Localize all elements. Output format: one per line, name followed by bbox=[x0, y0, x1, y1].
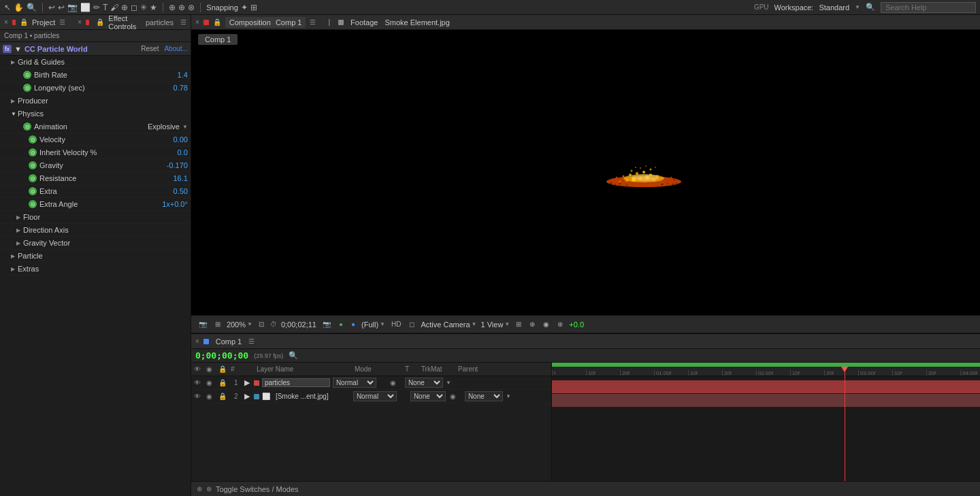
grid-guides-row[interactable]: ▶ Grid & Guides bbox=[0, 56, 191, 69]
layer2-parent-dropdown[interactable]: ▼ bbox=[506, 393, 511, 399]
producer-triangle[interactable]: ▶ bbox=[11, 98, 18, 104]
brush-icon[interactable]: 🖌 bbox=[110, 3, 118, 12]
animation-dropdown[interactable]: Explosive ▼ bbox=[148, 122, 188, 131]
viewer-alpha-icon[interactable]: ● bbox=[349, 320, 357, 329]
layer2-eye-icon[interactable]: 👁 bbox=[194, 393, 203, 400]
star-icon[interactable]: ★ bbox=[150, 3, 157, 12]
physics-triangle[interactable]: ▼ bbox=[11, 111, 18, 117]
project-tab[interactable]: Project bbox=[32, 18, 55, 27]
comp-tab-menu[interactable]: ☰ bbox=[310, 18, 316, 26]
timeline-tab-menu[interactable]: ☰ bbox=[248, 337, 255, 345]
project-tab-close[interactable]: × bbox=[4, 18, 8, 26]
resistance-value[interactable]: 16.1 bbox=[173, 174, 187, 182]
snap-toggle-icon[interactable]: ✦ bbox=[241, 3, 248, 12]
cc-header-triangle[interactable]: ▼ bbox=[14, 45, 22, 53]
toggle-switches-label[interactable]: Toggle Switches / Modes bbox=[216, 485, 299, 493]
cc-particle-world-header[interactable]: fx ▼ CC Particle World Reset About... bbox=[0, 42, 191, 56]
timeline-search-icon[interactable]: 🔍 bbox=[289, 351, 298, 360]
puppet-icon[interactable]: ✳ bbox=[140, 3, 147, 12]
layer1-expand[interactable]: ▶ bbox=[244, 378, 251, 387]
direction-axis-triangle[interactable]: ▶ bbox=[16, 227, 23, 233]
viewer-grid-icon[interactable]: ⊞ bbox=[213, 320, 223, 329]
layer2-expand[interactable]: ▶ bbox=[244, 392, 251, 401]
viewer-3d-icon[interactable]: ⊞ bbox=[514, 320, 523, 329]
timeline-bottom-icon2[interactable]: ⊕ bbox=[206, 485, 212, 493]
zoom-control[interactable]: 200% ▼ bbox=[227, 320, 252, 329]
extras-triangle[interactable]: ▶ bbox=[11, 266, 18, 272]
time-code-display[interactable]: 0;00;02;11 bbox=[281, 320, 316, 329]
layer2-solo-icon[interactable]: ◉ bbox=[206, 393, 216, 400]
about-button[interactable]: About... bbox=[164, 45, 187, 52]
layer1-trkmat-icon[interactable]: ◉ bbox=[390, 379, 402, 386]
timeline-time-display[interactable]: 0;00;00;00 bbox=[195, 350, 248, 361]
snap-icon[interactable]: ⊛ bbox=[188, 3, 195, 12]
timeline-tab-close[interactable]: × bbox=[195, 337, 199, 345]
camera-dropdown-arrow[interactable]: ▼ bbox=[472, 321, 477, 327]
zoom-tool-icon[interactable]: 🔍 bbox=[27, 3, 37, 12]
track-area[interactable]: f 10f 20f 01:00f 10f 20f 02:00f 10f 20f … bbox=[552, 363, 980, 481]
effect-controls-tab[interactable]: Effect Controls bbox=[108, 14, 140, 31]
layer1-parent-select[interactable]: None bbox=[405, 378, 443, 388]
viewer-snap-icon[interactable]: ◉ bbox=[541, 320, 551, 329]
pen-icon[interactable]: ✏ bbox=[93, 3, 100, 12]
track-playhead[interactable] bbox=[845, 363, 845, 481]
layer1-solo-icon[interactable]: ◉ bbox=[206, 379, 216, 386]
rotate-icon[interactable]: ↩ bbox=[48, 3, 55, 12]
project-tab-menu[interactable]: ☰ bbox=[59, 18, 65, 26]
viewer-overlay-icon[interactable]: ⊕ bbox=[555, 320, 565, 329]
viewer-color-icon[interactable]: ● bbox=[337, 320, 345, 329]
extra-value[interactable]: 0.50 bbox=[173, 187, 187, 195]
reset-button[interactable]: Reset bbox=[141, 45, 159, 52]
viewer-hd-icon[interactable]: HD bbox=[389, 320, 403, 329]
camera-control[interactable]: Active Camera ▼ bbox=[421, 320, 476, 329]
gravity-vector-row[interactable]: ▶ Gravity Vector bbox=[0, 237, 191, 250]
effect-tab-menu[interactable]: ☰ bbox=[180, 18, 186, 26]
clone-icon[interactable]: ⊕ bbox=[121, 3, 128, 12]
workspace-value[interactable]: Standard bbox=[819, 3, 849, 12]
comp-tab[interactable]: Composition Comp 1 bbox=[225, 17, 306, 28]
undo-icon[interactable]: ↩ bbox=[58, 3, 65, 12]
layer2-trkmat-select[interactable]: None bbox=[410, 391, 446, 401]
snap-options-icon[interactable]: ⊞ bbox=[250, 3, 257, 12]
grid-guides-triangle[interactable]: ▶ bbox=[11, 59, 18, 65]
layer1-lock-icon[interactable]: 🔒 bbox=[218, 379, 228, 386]
eraser-icon[interactable]: ◻ bbox=[131, 3, 137, 12]
viewer-expand-icon[interactable]: ⊕ bbox=[527, 320, 537, 329]
layer2-parent-select[interactable]: None bbox=[465, 391, 503, 401]
rect-icon[interactable]: ⬜ bbox=[80, 3, 91, 12]
comp-viewer-pill[interactable]: Comp 1 bbox=[198, 34, 238, 45]
floor-row[interactable]: ▶ Floor bbox=[0, 211, 191, 224]
zoom-value[interactable]: 200% bbox=[227, 320, 246, 329]
layer1-track[interactable] bbox=[552, 380, 980, 393]
viewer-snapshot-icon[interactable]: 📷 bbox=[197, 320, 209, 329]
extra-angle-value[interactable]: 1x+0.0° bbox=[162, 200, 188, 208]
workspace-dropdown-icon[interactable]: ▼ bbox=[855, 4, 860, 10]
direction-axis-row[interactable]: ▶ Direction Axis bbox=[0, 224, 191, 237]
zoom-dropdown-arrow[interactable]: ▼ bbox=[247, 321, 252, 327]
layer1-mode-select[interactable]: Normal bbox=[333, 378, 376, 388]
floor-triangle[interactable]: ▶ bbox=[16, 214, 23, 220]
quality-dropdown-arrow[interactable]: ▼ bbox=[380, 321, 385, 327]
hand-icon[interactable]: ✋ bbox=[14, 3, 24, 12]
layer1-parent-dropdown[interactable]: ▼ bbox=[446, 380, 451, 386]
comp-tab-close[interactable]: × bbox=[195, 18, 199, 26]
search-help-input[interactable] bbox=[881, 2, 976, 13]
viewer-alpha2-icon[interactable]: ◻ bbox=[407, 320, 416, 329]
layer2-mode-select[interactable]: Normal bbox=[353, 391, 397, 401]
view-dropdown-arrow[interactable]: ▼ bbox=[504, 321, 510, 327]
birth-rate-value[interactable]: 1.4 bbox=[178, 71, 188, 79]
effect-tab-close[interactable]: × bbox=[78, 18, 82, 26]
cursor-icon[interactable]: ↖ bbox=[4, 3, 11, 12]
view-control[interactable]: 1 View ▼ bbox=[481, 320, 510, 329]
viewer-cam-icon[interactable]: 📷 bbox=[321, 320, 333, 329]
extras-row[interactable]: ▶ Extras bbox=[0, 263, 191, 276]
layer1-name-input[interactable] bbox=[262, 378, 330, 387]
camera-icon[interactable]: 📷 bbox=[67, 3, 78, 12]
physics-row[interactable]: ▼ Physics bbox=[0, 108, 191, 120]
gravity-vector-triangle[interactable]: ▶ bbox=[16, 240, 23, 246]
particle-triangle[interactable]: ▶ bbox=[11, 253, 18, 259]
anchor-icon[interactable]: ⊕ bbox=[169, 3, 176, 12]
timeline-bottom-icon1[interactable]: ⊕ bbox=[197, 485, 202, 493]
text-icon[interactable]: T bbox=[103, 3, 108, 12]
layer1-eye-icon[interactable]: 👁 bbox=[194, 379, 203, 386]
